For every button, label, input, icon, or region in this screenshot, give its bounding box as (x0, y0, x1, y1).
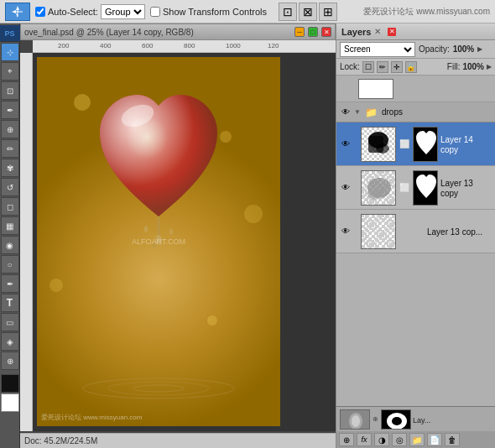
eye-layer-1[interactable]: 👁 (340, 182, 352, 194)
auto-select-dropdown[interactable]: Group (101, 4, 145, 19)
svg-point-11 (133, 385, 184, 392)
ruler-mark-600: 600 (142, 42, 153, 49)
layer-action-bar: ⊕ fx ◑ ◎ 📁 📄 🗑 (336, 431, 495, 448)
bokeh-5 (207, 315, 217, 326)
white-layer-row[interactable] (336, 76, 495, 102)
layer-name-2: Layer 13 cop... (427, 227, 482, 237)
layer-list: 👁 ▼ 📁 drops 👁 (336, 102, 495, 406)
align-tool-1[interactable]: ⊡ (279, 3, 297, 21)
history-tool[interactable]: ↺ (1, 178, 19, 196)
opacity-arrow[interactable]: ▶ (477, 45, 482, 53)
crop-tool[interactable]: ⊡ (1, 81, 19, 100)
add-style-btn[interactable]: fx (357, 433, 372, 446)
layer-mask-1 (413, 170, 438, 206)
minimize-button[interactable]: ─ (294, 27, 305, 37)
watermark-bottom-left: 爱死设计论坛 www.missyuan.com (41, 413, 142, 422)
auto-select-checkbox[interactable] (35, 7, 45, 17)
transform-checkbox[interactable] (150, 7, 160, 17)
heal-tool[interactable]: ⊕ (1, 120, 19, 138)
ps-logo: PS (0, 25, 20, 42)
group-layers-btn[interactable]: 📁 (409, 433, 425, 446)
ruler-mark-400: 400 (100, 42, 111, 49)
text-tool[interactable]: T (1, 294, 19, 312)
clone-tool[interactable]: ✾ (1, 159, 19, 177)
blend-mode-select[interactable]: Screen (340, 42, 415, 57)
group-arrow-drops[interactable]: ▼ (354, 108, 361, 116)
fill-arrow[interactable]: ▶ (487, 63, 492, 70)
link-layers-btn[interactable]: ⊕ (339, 433, 354, 446)
blur-tool[interactable]: ◉ (1, 236, 19, 254)
layer-name-drops: drops (382, 107, 403, 117)
fill-value: 100% (462, 62, 484, 71)
zoom-tool[interactable]: ⊕ (1, 352, 19, 370)
blend-mode-row: Screen Opacity: 100% ▶ (336, 40, 495, 59)
move-tool-icon[interactable] (5, 3, 30, 21)
lock-all-btn[interactable]: 🔒 (405, 61, 417, 73)
select-tool[interactable]: ⊹ (1, 43, 19, 61)
maximize-button[interactable]: □ (308, 27, 318, 37)
auto-select-group: Auto-Select: Group (35, 4, 145, 19)
fill-label: Fill: (447, 62, 461, 71)
white-layer-thumb (358, 79, 393, 99)
bokeh-4 (244, 205, 263, 223)
eraser-tool[interactable]: ◻ (1, 197, 19, 216)
shape-tool[interactable]: ▭ (1, 313, 19, 331)
main-area: PS ⊹ ⌖ ⊡ ✒ ⊕ ✏ ✾ ↺ ◻ ▦ ◉ ○ ✒ T ▭ ◈ ⊕ ove… (0, 23, 495, 448)
bottom-thumb-0[interactable] (340, 409, 370, 430)
pen-tool[interactable]: ✒ (1, 274, 19, 293)
watermark-center: ALFOART.COM (132, 237, 185, 246)
layer-item-0[interactable]: 👁 (336, 122, 495, 166)
background-color[interactable] (1, 393, 19, 412)
align-tool-3[interactable]: ⊞ (319, 3, 337, 21)
lock-transparent-btn[interactable]: ☐ (362, 61, 374, 73)
bottom-layers-area: ⊕ Lay... ⊕ fx ◑ ◎ 📁 (336, 406, 495, 448)
dodge-tool[interactable]: ○ (1, 255, 19, 273)
bottom-layer-label: Lay... (413, 416, 430, 425)
eye-layer-2[interactable]: 👁 (340, 226, 352, 237)
close-button[interactable]: ✕ (321, 27, 331, 37)
svg-point-18 (376, 143, 389, 154)
chain-0: ⬜ (399, 139, 410, 148)
align-tools: ⊡ ⊠ ⊞ (279, 3, 337, 21)
3d-tool[interactable]: ◈ (1, 332, 19, 351)
layer-name-1: Layer 13 copy (440, 179, 473, 198)
watermark-top: 爱死设计论坛 www.missyuan.com (363, 6, 490, 18)
canvas-area: ove_final.psd @ 25% (Layer 14 copy, RGB/… (20, 23, 336, 448)
layer-item-2[interactable]: 👁 Layer 13 cop... (336, 210, 495, 253)
new-layer-btn[interactable]: 📄 (427, 433, 442, 446)
gradient-tool[interactable]: ▦ (1, 216, 19, 235)
eye-drops[interactable]: 👁 (340, 107, 352, 118)
lasso-tool[interactable]: ⌖ (1, 62, 19, 81)
lock-position-btn[interactable]: ✛ (391, 61, 403, 73)
status-text: Doc: 45.2M/224.5M (24, 436, 97, 445)
lock-pixel-btn[interactable]: ✏ (377, 61, 388, 73)
eye-layer-0[interactable]: 👁 (340, 138, 352, 150)
layer-thumb-0 (361, 127, 396, 162)
add-mask-btn[interactable]: ◑ (374, 433, 389, 446)
delete-layer-btn[interactable]: 🗑 (445, 433, 460, 446)
layers-panel-close[interactable]: ✕ (388, 28, 396, 36)
layers-panel-title: Layers (341, 27, 371, 37)
layer-name-bottom: Lay... (413, 414, 492, 425)
brush-tool[interactable]: ✏ (1, 139, 19, 158)
svg-point-24 (367, 190, 381, 200)
foreground-color[interactable] (1, 374, 19, 393)
layer-thumb-2 (361, 214, 396, 249)
ruler-horizontal: 200 400 600 800 1000 120 (33, 40, 336, 53)
transform-label: Show Transform Controls (163, 7, 267, 17)
layer-thumb-1 (361, 170, 396, 206)
lock-row: Lock: ☐ ✏ ✛ 🔒 Fill: 100% ▶ (336, 59, 495, 76)
svg-point-31 (352, 415, 360, 427)
chain-icon-bottom: ⊕ (373, 415, 378, 423)
adjustment-btn[interactable]: ◎ (392, 433, 407, 446)
layer-group-drops[interactable]: 👁 ▼ 📁 drops (336, 102, 495, 122)
eyedrop-tool[interactable]: ✒ (1, 101, 19, 119)
bottom-thumb-1[interactable] (381, 409, 411, 430)
photo-canvas: ALFOART.COM 爱死设计论坛 www.missyuan.com (37, 57, 280, 426)
layer-item-1[interactable]: 👁 ⬜ (336, 166, 495, 210)
status-bar: Doc: 45.2M/224.5M (20, 433, 336, 448)
bottom-layers-scroll: ⊕ Lay... (336, 407, 495, 431)
align-tool-2[interactable]: ⊠ (299, 3, 317, 21)
ruler-mark-1000: 1000 (226, 42, 241, 49)
folder-icon-drops: 📁 (365, 107, 378, 118)
